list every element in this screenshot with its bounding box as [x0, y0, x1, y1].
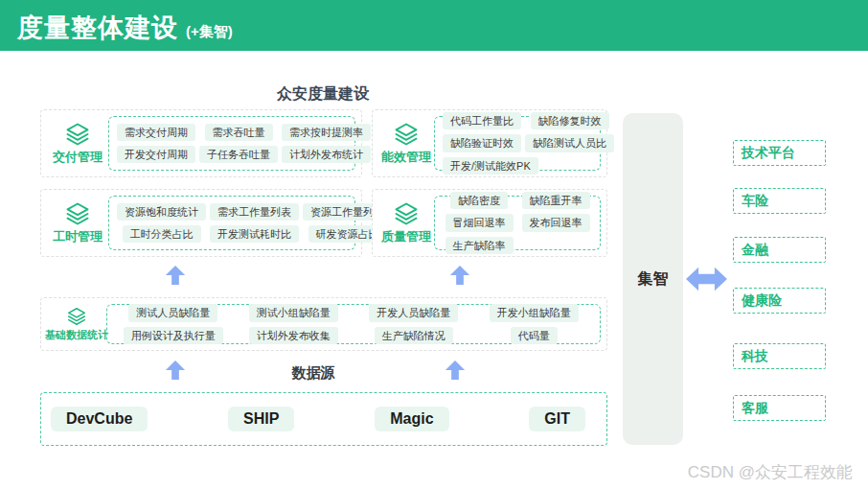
- datasource-box: DevCube SHIP Magic GIT: [40, 392, 607, 446]
- metric-tag: 子任务吞吐量: [199, 146, 278, 163]
- panel-efficiency-management: 能效管理 代码工作量比 缺陷修复时效 缺陷验证时效 缺陷测试人员比 开发/测试能…: [372, 109, 607, 177]
- metric-tag: 缺陷验证时效: [443, 134, 521, 151]
- panel-workhours-management: 工时管理 资源饱和度统计 需求工作量列表 资源工作量列表 工时分类占比 开发测试…: [40, 189, 362, 257]
- panel-label: 交付管理: [53, 149, 103, 166]
- panel-side: 质量管理: [378, 196, 434, 250]
- layers-icon: [393, 121, 420, 148]
- metric-tag: 缺陷测试人员比: [525, 134, 614, 151]
- panel-label: 质量管理: [381, 228, 431, 245]
- metric-tag-group: 代码工作量比 缺陷修复时效 缺陷验证时效 缺陷测试人员比 开发/测试能效PK: [434, 116, 601, 171]
- panel-label: 工时管理: [53, 228, 103, 245]
- metric-tag-group: 需求交付周期 需求吞吐量 需求按时提测率 开发交付周期 子任务吞吐量 计划外发布…: [108, 116, 355, 171]
- metric-tag: 冒烟回退率: [445, 214, 514, 231]
- panel-quality-management: 质量管理 缺陷密度 缺陷重开率 冒烟回退率 发布回退率 生产缺陷率: [372, 189, 607, 257]
- metric-tag: 需求工作量列表: [210, 203, 299, 221]
- metric-tag-group: 资源饱和度统计 需求工作量列表 资源工作量列表 工时分类占比 开发测试耗时比 研…: [108, 196, 355, 250]
- up-arrow-icon: [165, 265, 186, 286]
- metric-tag-group: 测试人员缺陷量 测试小组缺陷量 开发人员缺陷量 开发小组缺陷量 用例设计及执行量…: [106, 304, 601, 344]
- panel-label: 基础数据统计: [45, 328, 108, 342]
- panel-side: 基础数据统计: [47, 304, 106, 344]
- metric-tag: 开发交付周期: [117, 146, 195, 163]
- metric-tag: 缺陷重开率: [522, 192, 590, 209]
- business-unit-finance: 金融: [733, 237, 826, 263]
- panel-side: 交付管理: [47, 116, 108, 171]
- hub-bar-jizhi: 集智: [623, 113, 683, 445]
- page-title-suffix: (+集智): [186, 23, 233, 41]
- metric-tag: 计划外发布统计: [282, 146, 371, 163]
- metric-tag: 资源饱和度统计: [117, 203, 206, 221]
- up-arrow-icon: [445, 360, 466, 381]
- datasource-devcube: DevCube: [51, 407, 148, 431]
- metric-tag: 生产缺陷率: [445, 237, 514, 254]
- metric-tag: 代码量: [511, 327, 558, 344]
- business-unit-tech-platform: 技术平台: [733, 140, 826, 166]
- metric-tag: 缺陷修复时效: [531, 112, 609, 129]
- metric-tag: 需求吞吐量: [205, 124, 273, 141]
- metric-tag: 开发小组缺陷量: [490, 304, 579, 321]
- datasource-magic: Magic: [375, 407, 448, 431]
- metric-tag: 生产缺陷情况: [375, 327, 453, 344]
- metric-tag: 开发测试耗时比: [210, 225, 299, 243]
- section-title: 众安度量建设: [222, 84, 423, 105]
- double-arrow-icon: [685, 266, 728, 292]
- metric-tag: 开发人员缺陷量: [369, 304, 458, 321]
- metric-tag: 缺陷密度: [450, 192, 508, 209]
- metric-tag: 用例设计及执行量: [124, 327, 223, 344]
- layers-icon: [64, 121, 91, 148]
- panel-side: 能效管理: [378, 116, 434, 171]
- metric-tag: 代码工作量比: [443, 112, 521, 129]
- metric-tag: 需求交付周期: [117, 124, 195, 141]
- datasource-git: GIT: [529, 407, 585, 431]
- metric-tag: 工时分类占比: [123, 225, 201, 243]
- panel-side: 工时管理: [47, 196, 108, 250]
- metric-tag: 开发/测试能效PK: [443, 157, 538, 175]
- datasource-label: 数据源: [261, 364, 366, 383]
- business-unit-auto-insurance: 车险: [733, 188, 826, 214]
- up-arrow-icon: [449, 265, 470, 286]
- metric-tag-group: 缺陷密度 缺陷重开率 冒烟回退率 发布回退率 生产缺陷率: [434, 196, 601, 250]
- datasource-ship: SHIP: [228, 407, 294, 431]
- metric-tag: 需求按时提测率: [282, 124, 371, 141]
- metric-tag: 发布回退率: [522, 214, 590, 231]
- business-unit-customer-service: 客服: [733, 395, 826, 421]
- metric-tag: 测试小组缺陷量: [249, 304, 338, 321]
- panel-base-data-statistics: 基础数据统计 测试人员缺陷量 测试小组缺陷量 开发人员缺陷量 开发小组缺陷量 用…: [40, 297, 607, 351]
- watermark: CSDN @众安工程效能: [688, 461, 853, 483]
- panel-delivery-management: 交付管理 需求交付周期 需求吞吐量 需求按时提测率 开发交付周期 子任务吞吐量 …: [40, 109, 362, 177]
- business-unit-health-insurance: 健康险: [733, 288, 826, 314]
- business-unit-technology: 科技: [733, 343, 826, 369]
- layers-icon: [64, 200, 91, 227]
- hub-label: 集智: [638, 269, 669, 290]
- panel-label: 能效管理: [381, 149, 431, 166]
- page-title: 度量整体建设: [17, 11, 178, 45]
- metric-tag: 测试人员缺陷量: [128, 304, 217, 321]
- layers-icon: [393, 200, 420, 227]
- metric-tag: 计划外发布收集: [249, 327, 338, 344]
- layers-icon: [66, 306, 87, 327]
- up-arrow-icon: [165, 360, 186, 381]
- slide-canvas: 度量整体建设 (+集智) 众安度量建设 交付管理 需求交付周期 需求吞吐量 需求…: [0, 0, 868, 489]
- header-bar: 度量整体建设 (+集智): [0, 0, 868, 51]
